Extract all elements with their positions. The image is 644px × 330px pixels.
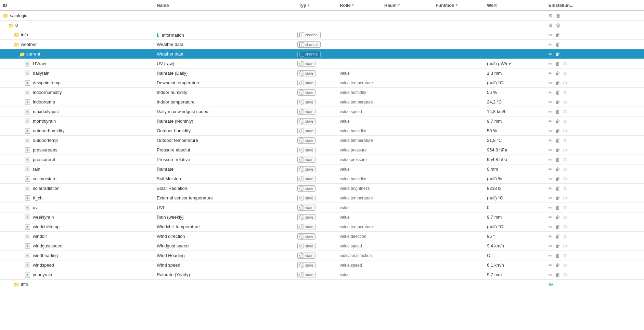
table-row[interactable]: ■ dewpointtemp Dewpoint temperature ○ st… — [0, 78, 644, 88]
header-typ[interactable]: Typ ▼ — [296, 3, 337, 8]
edit-icon[interactable]: ✏ — [549, 119, 553, 124]
table-row[interactable]: ■ outdoorhumidity Outdoor humidity ○ sta… — [0, 126, 644, 136]
gear-icon[interactable]: ⚙ — [563, 90, 567, 95]
add-icon[interactable]: ⊕ — [549, 281, 553, 288]
table-row[interactable]: ■ indoorhumidity Indoor humidity ○ state… — [0, 88, 644, 97]
table-row[interactable]: ■ pressurerel Pressure relative ○ state … — [0, 155, 644, 164]
table-row[interactable]: ■ uvi UVI ○ state value 0 ✏ 🗑 ⚙ — [0, 203, 644, 212]
edit-icon[interactable]: ✏ — [549, 262, 553, 268]
delete-icon[interactable]: 🗑 — [555, 90, 560, 95]
gear-icon[interactable]: ⚙ — [563, 80, 567, 86]
gear-icon[interactable]: ⚙ — [563, 138, 567, 143]
table-row[interactable]: ■ windheading Wind Heading ○ state indic… — [0, 251, 644, 260]
config-network-icon[interactable]: ⚙ — [549, 13, 553, 19]
edit-icon[interactable]: ✏ — [549, 80, 553, 86]
gear-icon[interactable]: ⚙ — [563, 61, 567, 66]
gear-icon[interactable]: ⚙ — [563, 109, 567, 114]
edit-icon[interactable]: ✏ — [549, 42, 553, 47]
table-row-bottom[interactable]: 📁 info ⊕ — [0, 280, 644, 289]
delete-icon[interactable]: 🗑 — [555, 99, 560, 105]
header-raum[interactable]: Raum ▼ — [382, 3, 433, 8]
gear-icon[interactable]: ⚙ — [563, 186, 567, 191]
table-row[interactable]: ■ indoortemp Indoor temperature ○ state … — [0, 97, 644, 107]
gear-icon[interactable]: ⚙ — [563, 272, 567, 278]
table-row[interactable]: ■ outdoortemp Outdoor temperature ○ stat… — [0, 136, 644, 145]
gear-icon[interactable]: ⚙ — [563, 253, 567, 258]
table-row[interactable]: ■ UVraw UV (raw) ○ state (null) μW/m² ✏ … — [0, 59, 644, 69]
funktion-sort-icon[interactable]: ▼ — [455, 3, 458, 7]
delete-icon[interactable]: 🗑 — [555, 61, 560, 66]
gear-icon[interactable]: ⚙ — [563, 176, 567, 182]
table-row[interactable]: ■ yearlyrain Rainrate (Yearly) ○ state v… — [0, 270, 644, 280]
delete-icon[interactable]: 🗑 — [555, 224, 560, 230]
delete-icon[interactable]: 🗑 — [555, 128, 560, 134]
edit-icon[interactable]: ✏ — [549, 109, 553, 114]
header-rolle[interactable]: Rolle ▼ — [337, 3, 382, 8]
table-row[interactable]: ■ pressureabs Pressure absolut ○ state v… — [0, 145, 644, 155]
delete-icon[interactable]: 🗑 — [555, 147, 560, 153]
delete-icon[interactable]: 🗑 — [555, 109, 560, 114]
table-row[interactable]: 📁 sainlogic ⚙ 🗑 — [0, 11, 644, 21]
gear-icon[interactable]: ⚙ — [563, 128, 567, 134]
gear-icon[interactable]: ⚙ — [563, 157, 567, 162]
gear-icon[interactable]: ⚙ — [563, 205, 567, 210]
delete-icon[interactable]: 🗑 — [555, 215, 560, 220]
gear-icon[interactable]: ⚙ — [563, 119, 567, 124]
table-row[interactable]: ■ weeklyrain Rain (weekly) ○ state value… — [0, 212, 644, 222]
gear-icon[interactable]: ⚙ — [563, 147, 567, 153]
edit-icon[interactable]: ✏ — [549, 61, 553, 66]
header-funktion[interactable]: Funktion ▼ — [433, 3, 484, 8]
edit-icon[interactable]: ✏ — [549, 195, 553, 201]
delete-icon[interactable]: 🗑 — [555, 243, 560, 249]
edit-icon[interactable]: ✏ — [549, 186, 553, 191]
delete-icon[interactable]: 🗑 — [555, 167, 560, 172]
delete-icon[interactable]: 🗑 — [555, 157, 560, 162]
gear-icon[interactable]: ⚙ — [563, 99, 567, 105]
delete-icon[interactable]: 🗑 — [555, 42, 560, 47]
delete-icon[interactable]: 🗑 — [555, 205, 560, 210]
table-row[interactable]: ■ maxdailygust Daily max windgust speed … — [0, 107, 644, 117]
gear-icon[interactable]: ⚙ — [563, 262, 567, 268]
edit-icon[interactable]: ✏ — [549, 138, 553, 143]
edit-icon[interactable]: ✏ — [549, 176, 553, 182]
table-row[interactable]: ■ windgustspeed Windgust speed ○ state v… — [0, 241, 644, 251]
table-row[interactable]: ■ windchilltemp Windchill temperature ○ … — [0, 222, 644, 232]
delete-icon[interactable]: 🗑 — [555, 186, 560, 191]
table-row[interactable]: ■ soilmoisture Soil Moisture ○ state val… — [0, 174, 644, 184]
delete-icon[interactable]: 🗑 — [555, 80, 560, 86]
rolle-sort-icon[interactable]: ▼ — [351, 3, 355, 7]
edit-icon[interactable]: ✏ — [549, 71, 553, 76]
delete-icon[interactable]: 🗑 — [555, 71, 560, 76]
edit-icon[interactable]: ✏ — [549, 253, 553, 258]
edit-icon[interactable]: ✏ — [549, 32, 553, 38]
table-row[interactable]: 📁 0 ⚙ 🗑 — [0, 21, 644, 30]
delete-icon[interactable]: 🗑 — [555, 234, 560, 239]
delete-icon[interactable]: 🗑 — [556, 23, 561, 28]
table-row[interactable]: 📁 info ℹ Information ↕ channel ✏ 🗑 — [0, 30, 644, 40]
gear-icon[interactable]: ⚙ — [563, 234, 567, 239]
edit-icon[interactable]: ✏ — [549, 167, 553, 172]
edit-icon[interactable]: ✏ — [549, 224, 553, 230]
edit-icon[interactable]: ✏ — [549, 234, 553, 239]
gear-icon[interactable]: ⚙ — [563, 195, 567, 201]
edit-icon[interactable]: ✏ — [549, 272, 553, 278]
gear-icon[interactable]: ⚙ — [563, 167, 567, 172]
table-row[interactable]: ■ rain Rainrate ○ state value 0 mm ✏ 🗑 ⚙ — [0, 164, 644, 174]
gear-icon[interactable]: ⚙ — [563, 243, 567, 249]
edit-icon[interactable]: ✏ — [549, 51, 553, 57]
delete-icon[interactable]: 🗑 — [555, 138, 560, 143]
table-row[interactable]: ■ solarradiation Solar Radiation ○ state… — [0, 184, 644, 193]
edit-icon[interactable]: ✏ — [549, 243, 553, 249]
table-row[interactable]: ■ dailyrain Rainrate (Daily) ○ state val… — [0, 69, 644, 78]
raum-sort-icon[interactable]: ▼ — [397, 3, 400, 7]
delete-icon[interactable]: 🗑 — [555, 253, 560, 258]
edit-icon[interactable]: ✏ — [549, 90, 553, 95]
table-row[interactable]: ■ monthlyrain Rainrate (Monthly) ○ state… — [0, 117, 644, 126]
gear-icon[interactable]: ⚙ — [563, 224, 567, 230]
delete-icon[interactable]: 🗑 — [555, 262, 560, 268]
delete-icon[interactable]: 🗑 — [555, 272, 560, 278]
delete-icon[interactable]: 🗑 — [555, 195, 560, 201]
edit-icon[interactable]: ✏ — [549, 205, 553, 210]
table-row[interactable]: 📁 weather Weather data ↕ channel ✏ 🗑 — [0, 40, 644, 49]
edit-icon[interactable]: ✏ — [549, 99, 553, 105]
